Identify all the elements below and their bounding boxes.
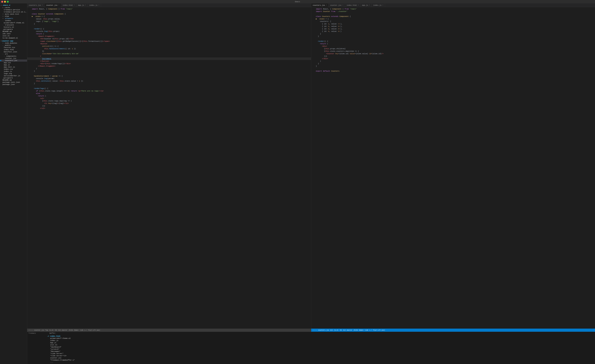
sidebar-item-app-css[interactable]: App.css <box>0 62 27 64</box>
tab-close-icon[interactable]: × <box>58 4 59 6</box>
sidebar-item-manifest[interactable]: manifest.json <box>0 51 27 53</box>
sidebar-item-index-html-pub[interactable]: index.html <box>0 49 27 51</box>
tab-index-js-right[interactable]: index.js × <box>372 3 385 7</box>
maximize-button[interactable] <box>7 1 9 3</box>
sidebar-item-favicon[interactable]: favicon.ico <box>0 46 27 49</box>
sidebar-item-gitignore2[interactable]: .gitignore <box>0 77 27 79</box>
counters-jsx-label: counters.jsx <box>5 60 17 62</box>
sidebar-item-index-js[interactable]: index.js <box>0 70 27 72</box>
tab-app-js-right[interactable]: App.js × <box>361 3 372 7</box>
buffer-item-messages[interactable]: *Messages* <box>47 350 594 352</box>
buffer-item-dashboard[interactable]: *dashboard* <box>47 346 594 348</box>
sidebar-item-init-el[interactable]: init.el <box>0 35 27 37</box>
buffer-item-index-js[interactable]: index.js <box>47 339 594 342</box>
sidebar-item-sw-js[interactable]: serviceWorker.js <box>0 75 27 77</box>
buffer-item-wilmersdorf[interactable]: wilmersdorf-theme.el <box>47 337 594 339</box>
sidebar-item-app-test[interactable]: App.test.js <box>0 66 27 68</box>
buffer-item-treemacs-fb[interactable]: *Treemacs-Framebuffer-1* <box>47 359 594 361</box>
tab-counters-jsx-right[interactable]: counters.jsx × <box>311 3 329 7</box>
buffer-item-counter-jsx[interactable]: counter.jsx <box>47 357 594 359</box>
sidebar-item-ido-last[interactable]: ido.last <box>0 33 27 35</box>
sidebar-item-themes[interactable]: - themes <box>0 20 27 22</box>
close-button[interactable] <box>1 1 3 3</box>
sidebar-item-src[interactable]: - src <box>0 53 27 55</box>
tab-label: index.html <box>63 4 73 6</box>
code-line: ) <box>27 67 311 70</box>
tree-toggle-icon: ▾ <box>1 40 2 42</box>
tab-close-icon[interactable]: × <box>369 4 370 6</box>
buffer-item-tide-server2[interactable]: *tide-server*<2> <box>47 355 594 357</box>
tab-close-icon[interactable]: × <box>342 4 343 6</box>
sidebar-item-public[interactable]: - public <box>0 44 27 46</box>
sidebar-item-treemacs-persist-last[interactable]: treemacs-persist-at-last-error <box>0 11 27 13</box>
sidebar-item-auto-save[interactable]: + auto-save-list <box>0 13 27 15</box>
buffer-item-scratch[interactable]: *scratch* <box>47 348 594 350</box>
tab-label: App.js <box>362 4 368 6</box>
transient-label: transient <box>4 24 14 26</box>
tab-counter-jsx-right[interactable]: counter.jsx × <box>329 3 345 7</box>
right-tab-bar[interactable]: counters.jsx × counter.jsx × index.html … <box>311 3 595 7</box>
tab-index-html-left[interactable]: index.html × <box>61 3 77 7</box>
elpa-label: elpa <box>4 15 9 17</box>
sidebar-item-emacs-d[interactable]: ▾.emacs.d <box>0 4 27 6</box>
sidebar-item-counter-app[interactable]: ▾counter-app <box>0 40 27 42</box>
sidebar-item-counter-jsx[interactable]: counter.jsx <box>0 57 27 59</box>
counter-jsx-label: counter.jsx <box>5 57 16 59</box>
tab-counters-jsx-left[interactable]: counters.jsx × <box>27 3 45 7</box>
sidebar-item-history[interactable]: history.el <box>0 26 27 28</box>
tab-close-icon[interactable]: × <box>98 4 99 6</box>
code-line <box>311 67 595 70</box>
sidebar-item-to-be-dumped[interactable]: to-be-dumped.el <box>0 37 27 39</box>
sidebar-item-logo-svg[interactable]: logo.svg <box>0 72 27 75</box>
sidebar[interactable]: ▾.emacs.d ▸.cache treemacs-persist treem… <box>0 3 27 364</box>
sidebar-item-package-lock[interactable]: package-lock.json <box>0 81 27 83</box>
sidebar-item-cache[interactable]: ▸.cache <box>0 6 27 9</box>
sidebar-item-index-css[interactable]: index.css <box>0 68 27 70</box>
buffer-item-app-js[interactable]: App.js <box>47 342 594 344</box>
tree-toggle-icon: - <box>2 24 4 26</box>
sidebar-item-transient[interactable]: - transient <box>0 24 27 26</box>
tab-app-js-left[interactable]: App.js × <box>77 3 88 7</box>
fold-marker[interactable]: ▶ <box>32 15 33 18</box>
sidebar-item-treemacs-persist[interactable]: treemacs-persist <box>0 9 27 11</box>
auto-save-label: auto-save-list <box>4 13 19 15</box>
sidebar-item-readme1[interactable]: README.md <box>0 30 27 33</box>
tree-toggle-icon: - <box>4 55 5 57</box>
buffer-item-index-html[interactable]: -> index.html <box>47 335 594 337</box>
sidebar-item-app-js[interactable]: App.js <box>0 64 27 66</box>
code-line: } <box>27 23 311 25</box>
package-lock-label: package-lock.json <box>2 81 20 83</box>
manifest-label: manifest.json <box>4 51 17 53</box>
tab-counter-jsx-left[interactable]: counter.jsx × <box>45 3 61 7</box>
buffer-item-init-el[interactable]: init.el <box>47 344 594 346</box>
sidebar-item-snippets[interactable]: + snippets <box>0 17 27 20</box>
fold-marker[interactable]: ▶ <box>316 18 317 20</box>
src-label: src <box>4 53 8 55</box>
tab-close-icon[interactable]: × <box>382 4 383 6</box>
sidebar-item-gitignore1[interactable]: .gitignore <box>0 28 27 30</box>
tab-close-icon[interactable]: × <box>358 4 359 6</box>
minimize-button[interactable] <box>4 1 6 3</box>
left-code-area[interactable]: import React, { Component } from 'react'… <box>27 7 311 329</box>
sidebar-item-counters-jsx[interactable]: counters.jsx <box>0 59 27 62</box>
tab-close-icon[interactable]: × <box>42 4 43 6</box>
tab-index-js-left[interactable]: index.js × <box>88 3 101 7</box>
buffer-item-tide-server[interactable]: *tide-server* <box>47 352 594 355</box>
sidebar-item-readme2[interactable]: README.md <box>0 79 27 81</box>
code-line: ▶ state = { <box>27 15 311 18</box>
tab-close-icon[interactable]: × <box>326 4 327 6</box>
left-tab-bar[interactable]: counters.jsx × counter.jsx × index.html … <box>27 3 311 7</box>
sidebar-item-wilmersdorf[interactable]: wilmersdorf-theme.el <box>0 22 27 24</box>
tab-close-icon[interactable]: × <box>74 4 75 6</box>
tree-toggle-icon: - <box>2 53 4 55</box>
tab-close-icon[interactable]: × <box>85 4 86 6</box>
tab-index-html-right[interactable]: index.html × <box>345 3 361 7</box>
sidebar-item-components[interactable]: - components <box>0 55 27 57</box>
code-line: import React, { Component } from 'react' <box>311 8 595 10</box>
node-modules-label: node_modules <box>4 42 17 44</box>
code-line: console.log(param) <box>27 77 311 80</box>
sidebar-item-elpa[interactable]: + elpa <box>0 15 27 17</box>
sidebar-item-node-modules[interactable]: + node_modules <box>0 42 27 44</box>
right-code-area[interactable]: import React, { Component } from 'react'… <box>311 7 595 329</box>
sidebar-item-package-json[interactable]: package.json <box>0 83 27 85</box>
